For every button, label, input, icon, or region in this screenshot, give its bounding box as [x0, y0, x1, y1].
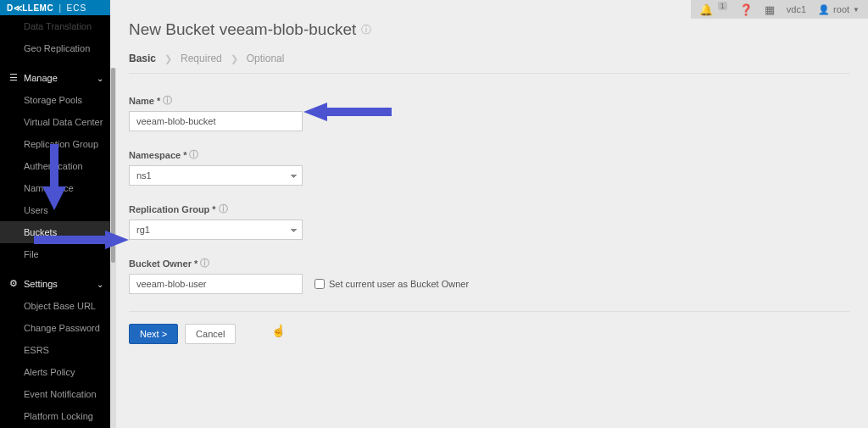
- sidebar-item-event-notification[interactable]: Event Notification: [0, 383, 110, 405]
- replication-group-select[interactable]: rg1: [129, 220, 303, 240]
- brand-product: ECS: [66, 3, 86, 13]
- action-bar: Next > Cancel: [129, 311, 849, 344]
- field-name: Name * ⓘ: [129, 94, 434, 131]
- sidebar-section-manage[interactable]: ☰ Manage ⌄: [0, 66, 110, 89]
- chevron-right-icon: ❯: [164, 53, 172, 64]
- sidebar-section-settings[interactable]: ⚙ Settings ⌄: [0, 272, 110, 295]
- cancel-button[interactable]: Cancel: [185, 324, 236, 344]
- required-asterisk: *: [194, 258, 198, 269]
- alert-count-badge: 1: [718, 2, 727, 10]
- help-icon[interactable]: ❓: [739, 3, 753, 16]
- sidebar-item-object-base-url[interactable]: Object Base URL: [0, 295, 110, 317]
- sidebar-item-data-translation[interactable]: Data Translation: [0, 15, 110, 37]
- sidebar-item-file[interactable]: File: [0, 243, 110, 265]
- chevron-down-icon: ⌄: [97, 279, 103, 288]
- vdc-label[interactable]: vdc1: [787, 4, 806, 14]
- help-icon[interactable]: ⓘ: [361, 23, 371, 37]
- topbar: 🔔 1 ❓ ▦ vdc1 👤 root ▼: [691, 0, 868, 19]
- brand-bar: D≪LLEMC | ECS: [0, 0, 110, 15]
- main-scrollbar[interactable]: [110, 68, 116, 428]
- brand-company: D≪LLEMC: [7, 3, 53, 13]
- next-button[interactable]: Next >: [129, 324, 178, 344]
- user-name: root: [833, 4, 849, 14]
- page-title-text: New Bucket veeam-blob-bucket: [129, 20, 356, 39]
- help-icon[interactable]: ⓘ: [200, 257, 209, 270]
- dashboard-icon[interactable]: ▦: [765, 3, 775, 16]
- chevron-right-icon: ❯: [231, 53, 238, 64]
- label-bucket-owner: Bucket Owner: [129, 258, 192, 269]
- label-name: Name: [129, 96, 154, 106]
- required-asterisk: *: [157, 96, 160, 106]
- sidebar-item-replication-group[interactable]: Replication Group: [0, 133, 110, 155]
- wizard-step-required[interactable]: Required: [181, 53, 222, 64]
- set-current-owner-label: Set current user as Bucket Owner: [329, 279, 469, 289]
- help-icon[interactable]: ⓘ: [219, 203, 228, 215]
- label-replication-group: Replication Group: [129, 204, 209, 214]
- bell-icon[interactable]: 🔔: [699, 3, 713, 16]
- user-menu[interactable]: 👤 root ▼: [818, 4, 860, 15]
- page-title: New Bucket veeam-blob-bucket ⓘ: [129, 20, 849, 39]
- menu-icon: ☰: [8, 72, 19, 83]
- sidebar-item-storage-pools[interactable]: Storage Pools: [0, 89, 110, 111]
- main-content: New Bucket veeam-blob-bucket ⓘ Basic ❯ R…: [110, 0, 868, 428]
- sidebar-item-authentication[interactable]: Authentication: [0, 155, 110, 177]
- sidebar-item-geo-replication[interactable]: Geo Replication: [0, 37, 110, 59]
- sidebar-item-namespace[interactable]: Namespace: [0, 177, 110, 199]
- sidebar-section-manage-label: Manage: [24, 73, 58, 83]
- sidebar-item-change-password[interactable]: Change Password: [0, 317, 110, 339]
- namespace-select[interactable]: ns1: [129, 165, 303, 186]
- sidebar-item-buckets[interactable]: Buckets: [0, 221, 110, 243]
- brand-separator: |: [58, 3, 61, 13]
- chevron-down-icon: ⌄: [97, 73, 103, 82]
- sidebar-item-alerts-policy[interactable]: Alerts Policy: [0, 361, 110, 383]
- sidebar: Data Translation Geo Replication ☰ Manag…: [0, 0, 110, 428]
- sidebar-item-esrs[interactable]: ESRS: [0, 339, 110, 361]
- label-namespace: Namespace: [129, 150, 181, 160]
- wizard-step-optional[interactable]: Optional: [247, 53, 285, 64]
- sidebar-section-settings-label: Settings: [24, 279, 58, 289]
- gear-icon: ⚙: [8, 278, 19, 289]
- field-replication-group: Replication Group * ⓘ rg1: [129, 203, 434, 240]
- wizard-step-basic[interactable]: Basic: [129, 53, 156, 64]
- set-current-owner-checkbox-input[interactable]: [314, 279, 325, 289]
- wizard-steps: Basic ❯ Required ❯ Optional: [129, 53, 849, 74]
- bucket-owner-input[interactable]: [129, 274, 303, 294]
- required-asterisk: *: [183, 150, 186, 160]
- sidebar-item-virtual-data-center[interactable]: Virtual Data Center: [0, 111, 110, 133]
- name-input[interactable]: [129, 111, 303, 131]
- help-icon[interactable]: ⓘ: [189, 148, 198, 161]
- sidebar-item-platform-locking[interactable]: Platform Locking: [0, 405, 110, 427]
- user-icon: 👤: [818, 4, 830, 15]
- scrollbar-thumb[interactable]: [111, 68, 115, 263]
- help-icon[interactable]: ⓘ: [163, 94, 172, 107]
- sidebar-item-users[interactable]: Users: [0, 199, 110, 221]
- field-bucket-owner: Bucket Owner * ⓘ Set current user as Buc…: [129, 257, 570, 294]
- set-current-owner-checkbox[interactable]: Set current user as Bucket Owner: [314, 279, 469, 289]
- caret-down-icon: ▼: [853, 6, 860, 14]
- required-asterisk: *: [212, 204, 215, 214]
- field-namespace: Namespace * ⓘ ns1: [129, 148, 434, 186]
